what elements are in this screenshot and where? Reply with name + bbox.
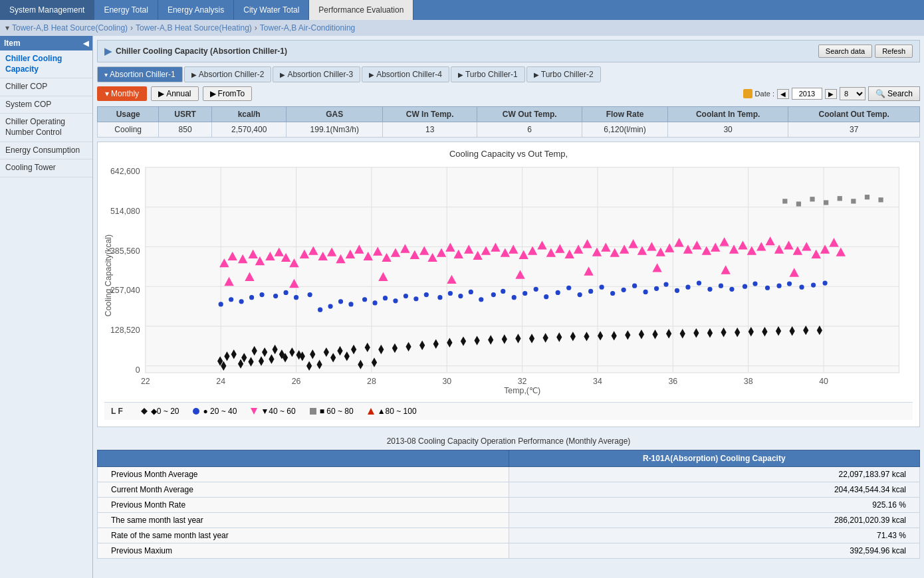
nav-performance-evaluation[interactable]: Performance Evaluation xyxy=(309,0,413,20)
tab-turbo-chiller-1[interactable]: ▶ Turbo Chiller-1 xyxy=(451,66,525,82)
scatter-chart: 642,600 514,080 385,560 257,040 128,520 … xyxy=(104,163,913,402)
svg-point-148 xyxy=(811,283,816,288)
nav-city-water-total[interactable]: City Water Total xyxy=(234,0,309,20)
page-header-actions: Search data Refesh xyxy=(818,45,913,58)
tab-arrow-icon: ▾ xyxy=(104,71,108,78)
svg-point-119 xyxy=(491,292,496,297)
svg-text:Cooling Capacity(kcal): Cooling Capacity(kcal) xyxy=(104,235,113,317)
col-header-cw-in: CW In Temp. xyxy=(383,107,477,122)
bottom-row-value: 204,434,544.34 kcal xyxy=(509,482,920,498)
sidebar-item-chiller-cooling-capacity[interactable]: Chiller Cooling Capacity xyxy=(0,50,92,78)
year-next-button[interactable]: ▶ xyxy=(825,89,837,99)
nav-system-management[interactable]: System Management xyxy=(0,0,94,20)
tab-label: Absortion Chiller-4 xyxy=(376,70,442,79)
bottom-table-label-header xyxy=(98,450,509,467)
annual-button[interactable]: ▶ Annual xyxy=(151,86,198,101)
bottom-row-label: Rate of the same month last year xyxy=(98,528,509,543)
bottom-section-title: 2013-08 Cooling Capacity Operation Perfo… xyxy=(97,433,920,450)
sidebar-item-label: Chiller Operating Number Control xyxy=(5,117,65,137)
month-select[interactable]: 1 2 3 4 5 6 7 8 9 10 11 12 xyxy=(840,87,866,100)
cell-usrt: 850 xyxy=(159,122,211,138)
bottom-table-row: Previous Maxium392,594.96 kcal xyxy=(98,543,920,559)
sidebar-item-cooling-tower[interactable]: Cooling Tower xyxy=(0,159,92,177)
breadcrumb-item-1[interactable]: Tower-A,B Heat Source(Cooling) xyxy=(12,23,128,33)
tab-absortion-chiller-1[interactable]: ▾ Absortion Chiller-1 xyxy=(97,66,183,82)
svg-point-133 xyxy=(643,290,647,294)
chart-area: 642,600 514,080 385,560 257,040 128,520 … xyxy=(104,163,913,402)
chart-title: Cooling Capacity vs Out Temp, xyxy=(104,149,913,159)
sidebar-item-system-cop[interactable]: System COP xyxy=(0,96,92,114)
sidebar-item-energy-consumption[interactable]: Energy Consumption xyxy=(0,142,92,160)
svg-point-123 xyxy=(534,287,538,292)
svg-point-141 xyxy=(729,287,734,292)
nav-energy-total[interactable]: Energy Total xyxy=(94,0,158,20)
legend-item-20-40: ● 20 ~ 40 xyxy=(192,407,237,416)
svg-point-134 xyxy=(654,286,659,291)
svg-text:Temp,(℃): Temp,(℃) xyxy=(504,386,540,395)
breadcrumb-item-3[interactable]: Tower-A,B Air-Conditioning xyxy=(260,23,355,33)
top-nav: System Management Energy Total Energy An… xyxy=(0,0,924,20)
col-header-usage: Usage xyxy=(98,107,159,122)
tab-arrow-icon: ▶ xyxy=(280,71,285,78)
bottom-row-label: Current Month Average xyxy=(98,482,509,498)
svg-point-108 xyxy=(372,300,377,305)
sidebar-item-chiller-operating[interactable]: Chiller Operating Number Control xyxy=(0,114,92,142)
legend-label: ▼40 ~ 60 xyxy=(261,407,295,416)
nav-label: Energy Analysis xyxy=(168,5,224,15)
search-data-button[interactable]: Search data xyxy=(818,45,872,58)
tab-turbo-chiller-2[interactable]: ▶ Turbo Chiller-2 xyxy=(526,66,601,82)
table-row: Cooling 850 2,570,400 199.1(Nm3/h) 13 6 … xyxy=(98,122,920,138)
sidebar-item-label: Cooling Tower xyxy=(5,163,56,172)
svg-marker-241 xyxy=(368,408,374,415)
svg-rect-231 xyxy=(810,197,814,201)
svg-point-132 xyxy=(632,284,637,288)
controls-row: ▾ Monthly ▶ Annual ▶ FromTo Date : ◀ ▶ 1… xyxy=(97,86,920,101)
year-prev-button[interactable]: ◀ xyxy=(777,89,789,99)
svg-point-125 xyxy=(556,290,560,295)
content-area: ▶ Chiller Cooling Capacity (Absortion Ch… xyxy=(93,36,924,578)
bottom-row-value: 286,201,020.39 kcal xyxy=(509,513,920,528)
refresh-button[interactable]: Refesh xyxy=(875,45,913,58)
tab-arrow-icon: ▶ xyxy=(458,71,463,78)
svg-point-101 xyxy=(294,295,298,300)
search-button[interactable]: 🔍 Search xyxy=(868,86,920,101)
tab-absortion-chiller-4[interactable]: ▶ Absortion Chiller-4 xyxy=(362,66,449,82)
bottom-table: R-101A(Absorption) Cooling Capacity Prev… xyxy=(97,450,920,559)
monthly-button[interactable]: ▾ Monthly xyxy=(97,86,147,101)
cell-flow-rate: 6,120(l/min) xyxy=(582,122,668,138)
nav-energy-analysis[interactable]: Energy Analysis xyxy=(158,0,234,20)
svg-text:36: 36 xyxy=(668,377,677,386)
breadcrumb-item-2[interactable]: Tower-A,B Heat Source(Heating) xyxy=(136,23,252,33)
nav-label: Energy Total xyxy=(104,5,148,15)
sidebar-title: Item xyxy=(4,39,21,48)
svg-point-118 xyxy=(479,297,483,302)
cell-cw-out: 6 xyxy=(477,122,582,138)
svg-point-106 xyxy=(348,302,353,306)
legend-item-40-60: ▼40 ~ 60 xyxy=(250,407,295,416)
svg-text:32: 32 xyxy=(518,377,527,386)
page-header: ▶ Chiller Cooling Capacity (Absortion Ch… xyxy=(97,40,920,62)
tab-label: Absortion Chiller-1 xyxy=(110,70,175,79)
bottom-table-row: Previous Month Average22,097,183.97 kcal xyxy=(98,467,920,482)
svg-point-113 xyxy=(424,292,429,297)
sidebar-item-label: Chiller COP xyxy=(5,82,47,91)
breadcrumb: ▾ Tower-A,B Heat Source(Cooling) › Tower… xyxy=(0,20,924,36)
svg-point-112 xyxy=(413,296,418,301)
svg-point-135 xyxy=(663,282,668,286)
sidebar-item-label: Energy Consumption xyxy=(5,145,80,155)
sidebar-item-chiller-cop[interactable]: Chiller COP xyxy=(0,78,92,96)
bottom-section: 2013-08 Cooling Capacity Operation Perfo… xyxy=(97,433,920,559)
monthly-label: Monthly xyxy=(111,89,139,98)
tab-absortion-chiller-2[interactable]: ▶ Absortion Chiller-2 xyxy=(184,66,272,82)
sidebar-collapse-button[interactable]: ◀ xyxy=(83,39,88,48)
fromto-button[interactable]: ▶ FromTo xyxy=(203,86,253,101)
bottom-table-row: The same month last year286,201,020.39 k… xyxy=(98,513,920,528)
year-input[interactable] xyxy=(792,88,822,100)
svg-point-111 xyxy=(404,294,408,298)
tab-absortion-chiller-3[interactable]: ▶ Absortion Chiller-3 xyxy=(273,66,360,82)
svg-point-139 xyxy=(707,287,712,292)
cell-usage: Cooling xyxy=(98,122,159,138)
svg-point-127 xyxy=(578,292,582,297)
svg-rect-229 xyxy=(782,199,787,203)
bottom-table-row: Previous Month Rate925.16 % xyxy=(98,498,920,513)
